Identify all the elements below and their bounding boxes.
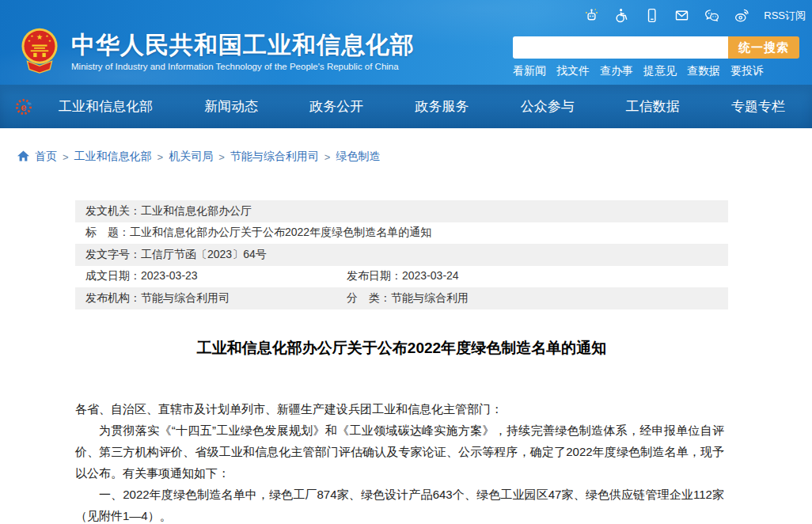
- meta-value: 节能与综合利用: [391, 291, 469, 306]
- quick-link[interactable]: 要投诉: [730, 64, 764, 78]
- meta-value: 节能与综合利用司: [141, 291, 230, 306]
- svg-text:★: ★: [31, 34, 34, 38]
- rss-subscribe-link[interactable]: RSS订阅: [764, 9, 806, 23]
- site-subtitle: Ministry of Industry and Information Tec…: [71, 62, 415, 71]
- meta-label: 发布日期：: [347, 269, 402, 283]
- site-title: 中华人民共和国工业和信息化部: [71, 32, 415, 58]
- nav-item[interactable]: 专题专栏: [727, 97, 790, 116]
- quick-link[interactable]: 找文件: [556, 64, 590, 78]
- article-title: 工业和信息化部办公厅关于公布2022年度绿色制造名单的通知: [75, 338, 728, 359]
- meta-label: 发文字号：: [85, 248, 141, 262]
- search-button[interactable]: 统一搜索: [728, 36, 799, 59]
- breadcrumb-items: 首页>工业和信息化部>机关司局>节能与综合利用司>绿色制造: [35, 150, 380, 164]
- meta-row: 发文机关：工业和信息化部办公厅: [75, 200, 728, 222]
- nav-item[interactable]: 工业和信息化部: [54, 97, 157, 116]
- search-input[interactable]: [513, 36, 728, 59]
- svg-text:★: ★: [48, 39, 51, 43]
- weibo-icon[interactable]: [734, 7, 750, 24]
- meta-cell: 成文日期：2023-03-23: [85, 269, 347, 283]
- svg-text:e: e: [21, 101, 26, 113]
- mobile-icon[interactable]: [643, 7, 660, 24]
- nav-item[interactable]: 新闻动态: [199, 97, 263, 116]
- meta-row: 成文日期：2023-03-23发布日期：2023-03-24: [75, 266, 728, 288]
- meta-cell: 发布机构：节能与综合利用司: [85, 291, 347, 306]
- top-icon-bar: RSS订阅: [583, 7, 806, 24]
- wechat-icon[interactable]: [704, 7, 720, 24]
- quick-link[interactable]: 查数据: [687, 64, 720, 78]
- breadcrumb-link[interactable]: 节能与综合利用司: [230, 150, 319, 164]
- meta-label: 发布机构：: [85, 291, 141, 306]
- breadcrumb-link[interactable]: 工业和信息化部: [74, 150, 152, 164]
- svg-text:★: ★: [28, 39, 31, 43]
- nav-item[interactable]: 政务公开: [305, 97, 368, 116]
- search-bar: 统一搜索: [513, 36, 799, 59]
- nav-item[interactable]: 工信数据: [621, 97, 685, 116]
- quick-link[interactable]: 查办事: [600, 64, 633, 78]
- meta-value: 工信厅节函〔2023〕64号: [141, 248, 267, 262]
- quick-link[interactable]: 提意见: [643, 64, 677, 78]
- meta-value: 2023-03-24: [402, 269, 459, 283]
- meta-cell: 发布日期：2023-03-24: [347, 269, 459, 283]
- page: ★ ★ ★ ★ ★ 中华人民共和国工业和信息化部 Ministry of Ind…: [0, 0, 812, 524]
- breadcrumb-separator: >: [63, 151, 69, 163]
- meta-value: 工业和信息化部办公厅关于公布2022年度绿色制造名单的通知: [130, 226, 431, 240]
- nav-item[interactable]: 公众参与: [516, 97, 579, 116]
- national-emblem-icon: ★ ★ ★ ★ ★: [19, 26, 60, 78]
- article-content: 发文机关：工业和信息化部办公厅标 题：工业和信息化部办公厅关于公布2022年度绿…: [75, 200, 728, 524]
- article-paragraph: 各省、自治区、直辖市及计划单列市、新疆生产建设兵团工业和信息化主管部门：: [75, 398, 724, 420]
- article-body: 各省、自治区、直辖市及计划单列市、新疆生产建设兵团工业和信息化主管部门：为贯彻落…: [75, 398, 724, 524]
- main-nav: 工业和信息化部新闻动态政务公开政务服务公众参与工信数据专题专栏: [54, 85, 790, 128]
- article-paragraph: 一、2022年度绿色制造名单中，绿色工厂874家、绿色设计产品643个、绿色工业…: [75, 484, 724, 524]
- svg-text:★: ★: [36, 32, 44, 41]
- robot-icon[interactable]: [583, 7, 600, 24]
- meta-label: 标 题：: [85, 226, 130, 240]
- article-paragraph: 为贯彻落实《“十四五”工业绿色发展规划》和《工业领域碳达峰实施方案》，持续完善绿…: [75, 420, 724, 484]
- meta-label: 成文日期：: [85, 269, 141, 283]
- mail-icon[interactable]: [674, 7, 690, 24]
- site-header: ★ ★ ★ ★ ★ 中华人民共和国工业和信息化部 Ministry of Ind…: [0, 0, 812, 85]
- miit-e-logo-icon: e: [13, 96, 35, 117]
- meta-row: 发文字号：工信厅节函〔2023〕64号: [75, 244, 728, 266]
- meta-value: 工业和信息化部办公厅: [141, 204, 252, 218]
- quick-link[interactable]: 看新闻: [513, 64, 546, 78]
- meta-label: 发文机关：: [85, 204, 141, 218]
- breadcrumb-separator: >: [218, 151, 225, 163]
- breadcrumb: 首页>工业和信息化部>机关司局>节能与综合利用司>绿色制造: [0, 128, 812, 165]
- main-nav-wrap: e 工业和信息化部新闻动态政务公开政务服务公众参与工信数据专题专栏: [0, 85, 812, 128]
- meta-value: 2023-03-23: [141, 269, 198, 283]
- breadcrumb-separator: >: [324, 151, 331, 163]
- meta-row: 标 题：工业和信息化部办公厅关于公布2022年度绿色制造名单的通知: [75, 222, 728, 245]
- meta-cell: 标 题：工业和信息化部办公厅关于公布2022年度绿色制造名单的通知: [85, 226, 431, 240]
- nav-item[interactable]: 政务服务: [410, 97, 473, 116]
- meta-cell: 分 类：节能与综合利用: [347, 291, 469, 306]
- meta-table: 发文机关：工业和信息化部办公厅标 题：工业和信息化部办公厅关于公布2022年度绿…: [75, 200, 728, 309]
- meta-cell: 发文字号：工信厅节函〔2023〕64号: [85, 248, 267, 262]
- meta-label: 分 类：: [347, 291, 391, 306]
- quick-links: 看新闻找文件查办事提意见查数据要投诉: [513, 64, 764, 78]
- site-titles: 中华人民共和国工业和信息化部 Ministry of Industry and …: [71, 32, 415, 71]
- accessibility-icon[interactable]: [613, 7, 630, 24]
- svg-text:★: ★: [46, 34, 49, 38]
- breadcrumb-link[interactable]: 首页: [35, 150, 57, 164]
- breadcrumb-separator: >: [157, 151, 164, 163]
- breadcrumb-link[interactable]: 机关司局: [169, 150, 213, 164]
- meta-row: 发布机构：节能与综合利用司分 类：节能与综合利用: [75, 287, 728, 309]
- breadcrumb-link[interactable]: 绿色制造: [336, 150, 380, 164]
- home-icon[interactable]: [17, 150, 29, 161]
- meta-cell: 发文机关：工业和信息化部办公厅: [85, 204, 252, 218]
